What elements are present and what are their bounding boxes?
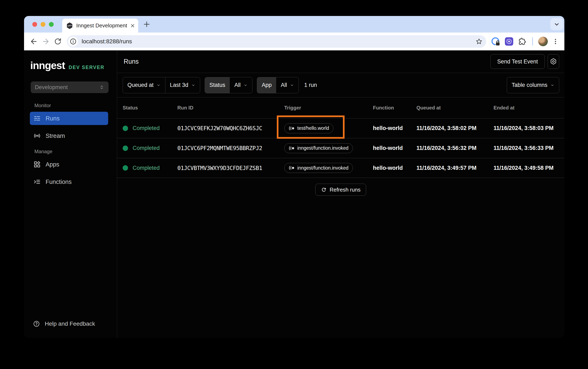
tab-close-icon[interactable] (130, 23, 135, 28)
table-row[interactable]: Completed 01JCVC9EFKJ2W70WQHC6ZH6SJC tes… (117, 118, 564, 138)
functions-icon (34, 178, 41, 185)
sidebar-item-runs[interactable]: Runs (30, 112, 108, 125)
send-test-event-button[interactable]: Send Test Event (490, 54, 545, 69)
trigger-pill[interactable]: inngest/function.invoked (284, 143, 353, 153)
url-text[interactable]: localhost:8288/runs (82, 38, 472, 45)
extensions-puzzle-icon[interactable] (518, 37, 527, 46)
url-bar[interactable]: localhost:8288/runs (67, 35, 486, 48)
trigger-pill[interactable]: inngest/function.invoked (284, 163, 353, 173)
forward-button[interactable] (40, 36, 51, 47)
ended-at-value: 11/16/2024, 3:49:58 PM (494, 165, 564, 171)
page-header: Runs Send Test Event (117, 50, 564, 73)
purple-extension-icon[interactable] (505, 37, 514, 46)
app-content: inngest DEV SERVER Development Monitor R… (24, 50, 564, 338)
event-icon (289, 166, 295, 170)
apps-icon (34, 161, 41, 168)
site-info-chip[interactable] (68, 37, 78, 46)
settings-button[interactable] (548, 54, 559, 69)
status-filter[interactable]: Status All (205, 77, 253, 93)
queued-at-time-filter[interactable]: Queued at Last 3d (123, 77, 200, 93)
time-range-value: Last 3d (170, 82, 188, 88)
new-tab-button[interactable] (143, 16, 150, 32)
back-button[interactable] (28, 36, 39, 47)
status-filter-label: Status (205, 77, 230, 93)
zoom-window-button[interactable] (49, 22, 54, 27)
app-filter-value[interactable]: All (276, 77, 299, 93)
function-name[interactable]: hello-world (373, 125, 417, 132)
app-filter-label: App (257, 77, 276, 93)
function-name[interactable]: hello-world (373, 145, 417, 151)
gear-icon (550, 58, 557, 65)
run-id[interactable]: 01JCVBTMV3WXY9D3CFDEJFZSB1 (177, 165, 284, 171)
run-id[interactable]: 01JCVC9EFKJ2W70WQHC6ZH6SJC (177, 125, 284, 132)
chevron-down-icon (243, 83, 248, 87)
browser-menu-button[interactable] (552, 38, 559, 45)
table-columns-button[interactable]: Table columns (507, 77, 559, 93)
browser-window: Inngest Development Server localhost:828… (24, 16, 564, 338)
queued-at-dropdown[interactable]: Queued at (123, 77, 165, 93)
browser-tab[interactable]: Inngest Development Server (62, 19, 138, 32)
nav-section-monitor: Monitor (34, 102, 117, 108)
status-filter-value[interactable]: All (230, 77, 252, 93)
sidebar-item-stream[interactable]: Stream (30, 129, 108, 143)
run-id[interactable]: 01JCVC6PF2MQNMTWE95BBRZPJ2 (177, 145, 284, 151)
table-row[interactable]: Completed 01JCVC6PF2MQNMTWE95BBRZPJ2 inn… (117, 138, 564, 158)
function-name[interactable]: hello-world (373, 165, 417, 171)
password-manager-extension-icon[interactable] (491, 37, 500, 46)
status-dot (123, 145, 128, 151)
sidebar-item-label: Stream (46, 133, 65, 139)
profile-avatar[interactable] (538, 37, 548, 46)
ended-at-value: 11/16/2024, 3:58:03 PM (494, 125, 564, 132)
time-range-dropdown[interactable]: Last 3d (165, 77, 200, 93)
sidebar-item-functions[interactable]: Functions (30, 175, 108, 188)
environment-selector-value: Development (35, 84, 68, 91)
send-test-event-label: Send Test Event (497, 59, 538, 65)
nav-section-manage: Manage (34, 149, 117, 154)
app-filter[interactable]: App All (257, 77, 299, 93)
reload-button[interactable] (52, 36, 63, 47)
back-arrow-icon (30, 37, 38, 46)
run-count: 1 run (304, 82, 317, 88)
chevron-up-down-icon (99, 85, 104, 90)
column-header-status: Status (123, 105, 177, 111)
refresh-runs-button[interactable]: Refresh runs (315, 184, 366, 196)
chevron-down-icon (550, 83, 554, 87)
stream-icon (34, 132, 41, 139)
sidebar-item-apps[interactable]: Apps (30, 158, 108, 171)
extensions-area (489, 37, 560, 46)
chevron-down-icon (156, 83, 160, 87)
table-row[interactable]: Completed 01JCVBTMV3WXY9D3CFDEJFZSB1 inn… (117, 158, 564, 178)
minimize-window-button[interactable] (41, 22, 45, 27)
trigger-pill[interactable]: test/hello.world (284, 123, 333, 133)
forward-arrow-icon (42, 37, 50, 46)
page-title: Runs (124, 58, 139, 65)
event-icon (289, 126, 295, 130)
tab-search-button[interactable] (550, 18, 563, 30)
close-window-button[interactable] (32, 22, 37, 27)
event-icon (289, 146, 295, 150)
column-header-ended-at: Ended at (494, 105, 564, 111)
trigger-name: inngest/function.invoked (297, 165, 349, 171)
help-and-feedback[interactable]: Help and Feedback (33, 320, 117, 327)
dev-server-badge: DEV SERVER (69, 65, 104, 70)
tab-title: Inngest Development Server (76, 22, 127, 29)
browser-toolbar: localhost:8288/runs (24, 32, 564, 50)
bookmark-star-icon[interactable] (476, 38, 483, 45)
status-dot (123, 165, 128, 171)
queued-at-label: Queued at (127, 82, 154, 88)
chevron-down-icon (290, 83, 294, 87)
browser-tabstrip: Inngest Development Server (24, 16, 564, 32)
status-dot (123, 126, 128, 131)
info-icon (70, 38, 77, 45)
trigger-name: test/hello.world (297, 125, 329, 131)
inngest-favicon-icon (66, 22, 73, 30)
sidebar-item-label: Runs (46, 115, 60, 122)
environment-selector[interactable]: Development (31, 82, 109, 93)
queued-at-value: 11/16/2024, 3:58:02 PM (417, 125, 494, 132)
inngest-logo: inngest (30, 60, 65, 72)
column-header-queued-at: Queued at (417, 105, 494, 111)
status-text: Completed (133, 145, 160, 151)
status-text: Completed (133, 165, 160, 171)
sidebar: inngest DEV SERVER Development Monitor R… (24, 50, 117, 338)
chevron-down-icon (191, 83, 195, 87)
